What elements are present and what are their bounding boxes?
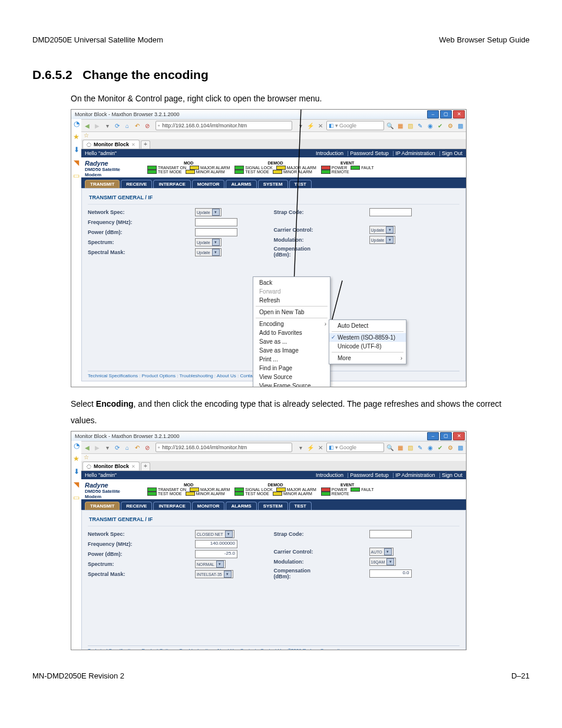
nav-tab-transmit[interactable]: TRANSMIT: [85, 502, 120, 510]
nav-tab-receive[interactable]: RECEIVE: [121, 180, 152, 188]
side-icon-notes[interactable]: ▭: [72, 172, 81, 180]
menu-item[interactable]: Refresh: [253, 296, 330, 305]
back-icon[interactable]: ◀: [83, 121, 91, 130]
side-icon-logo[interactable]: ◔: [72, 442, 81, 450]
menu-item[interactable]: Forward: [253, 287, 330, 296]
dropdown-nav-icon[interactable]: ▾: [103, 121, 111, 130]
tool-icon-1[interactable]: ▦: [396, 443, 404, 452]
nav-tab-alarms[interactable]: ALARMS: [226, 502, 256, 510]
menu-item[interactable]: View Frame Source: [253, 381, 330, 387]
submenu-item[interactable]: Auto Detect: [329, 321, 406, 330]
window-minimize-icon[interactable]: –: [427, 432, 439, 440]
tool-icon-3[interactable]: ✎: [416, 121, 424, 130]
text-input[interactable]: [195, 228, 237, 236]
select-control[interactable]: Update▾: [195, 208, 222, 216]
footer-link[interactable]: About Us: [213, 373, 236, 378]
submenu-item[interactable]: More: [329, 354, 406, 363]
side-icon-downloads[interactable]: ⬇: [72, 467, 81, 476]
forward-icon[interactable]: ▶: [93, 121, 101, 130]
dropdown-icon[interactable]: ▾: [386, 558, 394, 565]
addr-dropdown-icon[interactable]: ▾: [296, 121, 305, 130]
home-icon[interactable]: ⌂: [123, 443, 131, 452]
text-input[interactable]: 0.0: [369, 569, 412, 578]
search-box[interactable]: ◧ ▾ Google: [326, 443, 384, 452]
new-tab-button[interactable]: +: [141, 462, 150, 470]
go-icon[interactable]: ⚡: [306, 443, 315, 452]
link-sign-out[interactable]: Sign Out: [439, 150, 462, 156]
stop2-icon[interactable]: ✕: [316, 121, 325, 130]
browser-tab-active[interactable]: ◌ Monitor Block ✕: [82, 462, 140, 470]
nav-tab-monitor[interactable]: MONITOR: [192, 180, 225, 188]
tool-icon-6[interactable]: ⚙: [446, 443, 454, 452]
tool-icon-6[interactable]: ⚙: [446, 121, 454, 130]
nav-tab-interface[interactable]: INTERFACE: [153, 180, 190, 188]
footer-link[interactable]: Technical Specifications: [88, 648, 138, 650]
footer-link[interactable]: Troubleshooting: [176, 373, 213, 378]
address-bar[interactable]: ▫ http://192.168.0.104/imt/monitor.htm: [156, 121, 292, 130]
menu-item[interactable]: View Source: [253, 373, 330, 381]
text-input[interactable]: [369, 208, 412, 216]
tool-icon-1[interactable]: ▦: [396, 121, 404, 130]
nav-tab-interface[interactable]: INTERFACE: [153, 502, 190, 510]
tool-icon-7[interactable]: ▩: [456, 121, 464, 130]
tab-close-icon[interactable]: ✕: [131, 142, 135, 147]
home-icon[interactable]: ⌂: [123, 121, 131, 130]
footer-link[interactable]: Product Options: [138, 373, 176, 378]
link-ip-admin[interactable]: IP Administration: [392, 150, 435, 156]
stop-icon[interactable]: ⊘: [143, 443, 151, 452]
link-ip-admin[interactable]: IP Administration: [392, 472, 435, 478]
window-minimize-icon[interactable]: –: [427, 110, 439, 118]
side-icon-rss[interactable]: ◥: [72, 480, 81, 489]
menu-item[interactable]: Find in Page: [253, 364, 330, 373]
search-icon[interactable]: 🔍: [386, 121, 394, 130]
nav-tab-alarms[interactable]: ALARMS: [226, 180, 256, 188]
select-control[interactable]: CLOSED NET▾: [195, 530, 234, 538]
footer-link[interactable]: Troubleshooting: [176, 648, 213, 650]
footer-link[interactable]: ©2006 Radyne Corporation: [283, 648, 345, 650]
go-icon[interactable]: ⚡: [306, 121, 315, 130]
menu-item[interactable]: Save as Image: [253, 346, 330, 355]
submenu-item[interactable]: Western (ISO-8859-1): [329, 333, 406, 342]
nav-tab-transmit[interactable]: TRANSMIT: [85, 180, 120, 188]
tool-icon-3[interactable]: ✎: [416, 443, 424, 452]
link-introduction[interactable]: Introduction: [316, 472, 343, 478]
window-close-icon[interactable]: ✕: [453, 110, 465, 118]
dropdown-icon[interactable]: ▾: [216, 561, 224, 568]
nav-tab-monitor[interactable]: MONITOR: [192, 502, 225, 510]
addr-dropdown-icon[interactable]: ▾: [296, 443, 305, 452]
window-close-icon[interactable]: ✕: [453, 432, 465, 440]
refresh-icon[interactable]: ⟳: [113, 443, 121, 452]
window-maximize-icon[interactable]: ▢: [440, 432, 452, 440]
refresh-icon[interactable]: ⟳: [113, 121, 121, 130]
tool-icon-2[interactable]: ▧: [406, 443, 414, 452]
undo-icon[interactable]: ↶: [133, 443, 141, 452]
tool-icon-7[interactable]: ▩: [456, 443, 464, 452]
footer-link[interactable]: Technical Specifications: [88, 373, 138, 378]
select-control[interactable]: Update▾: [369, 226, 396, 234]
search-icon[interactable]: 🔍: [386, 443, 394, 452]
text-input[interactable]: [195, 218, 237, 226]
link-sign-out[interactable]: Sign Out: [439, 472, 462, 478]
dropdown-icon[interactable]: ▾: [224, 571, 232, 578]
nav-tab-receive[interactable]: RECEIVE: [121, 502, 152, 510]
stop2-icon[interactable]: ✕: [316, 443, 325, 452]
side-icon-notes[interactable]: ▭: [72, 493, 81, 502]
footer-link[interactable]: About Us: [213, 648, 236, 650]
tool-icon-4[interactable]: ◉: [426, 443, 434, 452]
nav-tab-system[interactable]: SYSTEM: [258, 180, 288, 188]
select-control[interactable]: Update▾: [195, 238, 222, 246]
menu-item[interactable]: EncodingAuto DetectWestern (ISO-8859-1)U…: [253, 319, 330, 328]
dropdown-nav-icon[interactable]: ▾: [103, 443, 111, 452]
stop-icon[interactable]: ⊘: [143, 121, 151, 130]
side-icon-rss[interactable]: ◥: [72, 159, 81, 167]
menu-item[interactable]: Add to Favorites: [253, 328, 330, 337]
search-box[interactable]: ◧ ▾ Google: [326, 121, 384, 130]
select-control[interactable]: INTELSAT-35▾: [195, 570, 233, 578]
select-control[interactable]: NORMAL▾: [195, 560, 226, 568]
browser-tab-active[interactable]: ◌ Monitor Block ✕: [82, 140, 140, 149]
link-password-setup[interactable]: Password Setup: [347, 472, 388, 478]
nav-tab-system[interactable]: SYSTEM: [258, 502, 288, 510]
menu-item[interactable]: Save as ...: [253, 337, 330, 346]
submenu-item[interactable]: Unicode (UTF-8): [329, 342, 406, 351]
undo-icon[interactable]: ↶: [133, 121, 141, 130]
